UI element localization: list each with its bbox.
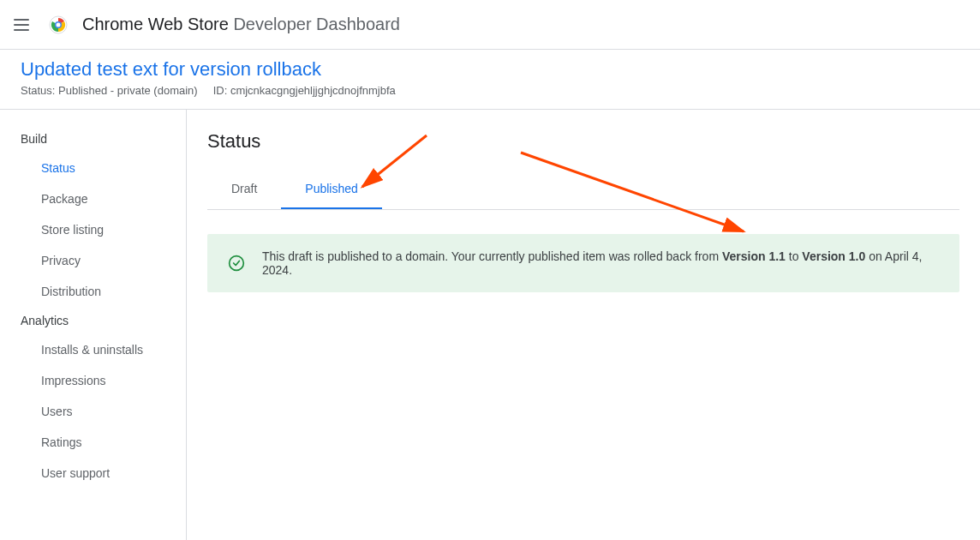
- svg-point-2: [57, 22, 61, 27]
- svg-point-3: [230, 256, 244, 271]
- sidebar-item-impressions[interactable]: Impressions: [0, 365, 186, 396]
- header-title-light: Developer Dashboard: [233, 15, 400, 33]
- sidebar-item-users[interactable]: Users: [0, 396, 186, 427]
- extension-meta: Status: Published - private (domain) ID:…: [21, 84, 959, 97]
- sidebar-item-status[interactable]: Status: [0, 153, 186, 183]
- sidebar-item-privacy[interactable]: Privacy: [0, 245, 186, 276]
- extension-subheader: Updated test ext for version rollback St…: [0, 50, 980, 110]
- main-content: Status Draft Published This draft is pub…: [187, 110, 980, 540]
- tab-published[interactable]: Published: [281, 170, 382, 209]
- app-header: Chrome Web Store Developer Dashboard: [0, 0, 980, 50]
- status-tabs: Draft Published: [207, 170, 959, 210]
- sidebar-item-store-listing[interactable]: Store listing: [0, 214, 186, 245]
- alert-mid: to: [786, 249, 802, 263]
- check-circle-icon: [228, 255, 245, 272]
- alert-version-to: Version 1.0: [802, 249, 865, 263]
- sidebar-section-analytics: Analytics: [0, 307, 186, 334]
- sidebar-item-distribution[interactable]: Distribution: [0, 276, 186, 307]
- tab-draft[interactable]: Draft: [207, 170, 281, 209]
- extension-status: Status: Published - private (domain): [21, 84, 198, 97]
- alert-prefix: This draft is published to a domain. You…: [262, 249, 722, 263]
- sidebar-item-package[interactable]: Package: [0, 183, 186, 214]
- header-title-strong: Chrome Web Store: [82, 15, 229, 33]
- sidebar-item-user-support[interactable]: User support: [0, 458, 186, 489]
- alert-version-from: Version 1.1: [722, 249, 786, 263]
- extension-name-link[interactable]: Updated test ext for version rollback: [21, 58, 959, 81]
- status-alert: This draft is published to a domain. You…: [207, 234, 959, 292]
- sidebar-section-build: Build: [0, 125, 186, 153]
- sidebar-item-installs[interactable]: Installs & uninstalls: [0, 334, 186, 365]
- page-title: Status: [207, 130, 959, 153]
- sidebar-item-ratings[interactable]: Ratings: [0, 427, 186, 458]
- sidebar: Build Status Package Store listing Priva…: [0, 110, 187, 540]
- header-title: Chrome Web Store Developer Dashboard: [82, 15, 400, 34]
- chrome-web-store-logo: [48, 15, 69, 35]
- extension-id: ID: cmjcnkacgngjehljjghjcdnojfnmjbfa: [213, 84, 396, 97]
- menu-icon[interactable]: [14, 15, 34, 35]
- alert-text: This draft is published to a domain. You…: [262, 249, 939, 277]
